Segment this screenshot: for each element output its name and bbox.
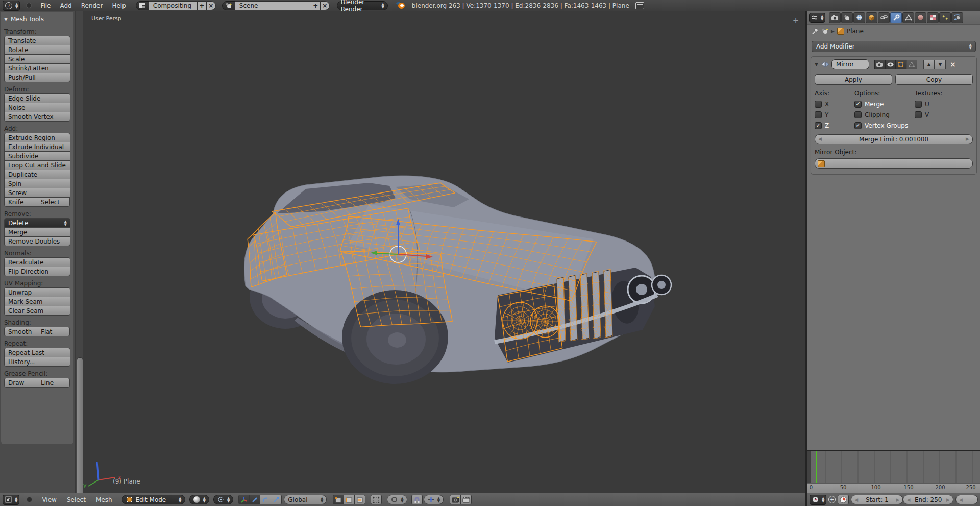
transform-orientation-select[interactable]: Global ▲▼ [284,495,327,504]
tab-material[interactable] [915,12,926,23]
tab-render[interactable] [829,12,841,23]
expand-menus-plus-icon[interactable]: + [828,496,836,503]
collapse-menus-icon[interactable] [26,3,32,8]
merge-limit-slider[interactable]: ◀ Merge Limit: 0.001000 ▶ [815,134,973,144]
render-engine-select[interactable]: Blender Render ▲▼ [337,1,388,10]
opengl-render-image-button[interactable] [450,495,461,504]
checkbox-axis-y[interactable] [815,111,822,118]
pivot-point-select[interactable]: ▲▼ [213,495,233,504]
history-button[interactable]: History... [4,357,70,367]
scrollbar-thumb[interactable] [77,357,83,499]
breadcrumb-object-name[interactable]: Plane [847,28,864,35]
current-frame-marker[interactable] [816,451,817,484]
snap-toggle-button[interactable] [411,495,423,504]
checkbox-texture-u[interactable] [915,101,922,108]
modifier-editmode-toggle[interactable] [896,60,906,69]
noise-button[interactable]: Noise [4,103,70,112]
checkbox-clipping[interactable] [854,111,862,118]
slider-right-arrow-icon[interactable]: ▶ [966,136,969,141]
apply-button[interactable]: Apply [815,74,892,85]
repeat-last-button[interactable]: Repeat Last [4,348,70,357]
duplicate-button[interactable]: Duplicate [4,170,70,179]
translate-button[interactable]: Translate [4,36,70,45]
delete-menu[interactable]: Delete ▲▼ [4,218,70,228]
editor-type-info-button[interactable]: i ▲▼ [3,1,20,11]
tab-object[interactable] [866,12,877,23]
screen-layout-field[interactable]: Compositing [149,1,198,10]
tab-world[interactable] [853,12,865,23]
tab-physics[interactable] [951,12,963,23]
tab-particles[interactable] [939,12,951,23]
menu-render[interactable]: Render [77,2,108,9]
manipulator-translate-button[interactable] [249,495,260,504]
editor-type-3dview-button[interactable]: ▲▼ [3,495,19,505]
slider-left-arrow-icon[interactable]: ◀ [854,497,858,502]
expand-region-plus-icon[interactable]: + [791,16,800,26]
tab-scene[interactable] [841,12,853,23]
frame-end-field[interactable]: ◀ End: 250 ▶ [903,495,953,504]
move-modifier-up-button[interactable]: ▲ [923,60,935,69]
timeline-ruler[interactable]: 0 50 100 150 200 250 [807,483,980,493]
current-frame-field[interactable]: ◀ [955,495,978,504]
manipulator-scale-button[interactable] [271,495,282,504]
rotate-button[interactable]: Rotate [4,45,70,55]
push-pull-button[interactable]: Push/Pull [4,73,70,82]
proportional-edit-select[interactable]: ▲▼ [387,495,407,504]
extrude-individual-button[interactable]: Extrude Individual [4,142,70,152]
mark-seam-button[interactable]: Mark Seam [4,297,70,306]
tab-texture[interactable] [927,12,939,23]
shade-smooth-button[interactable]: Smooth [4,327,37,336]
checkbox-merge[interactable] [854,101,862,108]
expand-triangle-icon[interactable]: ▼ [815,62,818,67]
flip-direction-button[interactable]: Flip Direction [4,267,70,276]
menu-add[interactable]: Add [55,2,76,9]
subdivide-button[interactable]: Subdivide [4,151,70,161]
editor-type-timeline-button[interactable]: ▲▼ [810,495,826,505]
vertex-select-mode-button[interactable] [333,495,344,504]
merge-button[interactable]: Merge [4,227,70,237]
add-modifier-dropdown[interactable]: Add Modifier ▲▼ [812,41,976,52]
scene-field[interactable]: Scene [235,1,311,10]
modifier-view-toggle[interactable] [885,60,896,69]
frame-start-field[interactable]: ◀ Start: 1 ▶ [851,495,903,504]
tab-constraints[interactable] [878,12,890,23]
collapse-menus-icon[interactable] [27,497,32,502]
panel-header-mesh-tools[interactable]: ▼ Mesh Tools [4,14,70,25]
delete-scene-button[interactable]: × [320,1,330,10]
mirror-object-field[interactable] [815,158,973,169]
editor-type-properties-button[interactable]: ▲▼ [809,13,825,23]
screw-button[interactable]: Screw [4,188,70,198]
scale-button[interactable]: Scale [4,54,70,64]
scene-ball-icon[interactable] [821,28,828,34]
remove-doubles-button[interactable]: Remove Doubles [4,236,70,246]
checkbox-axis-x[interactable] [815,101,822,108]
menu-view[interactable]: View [37,496,61,503]
checkbox-texture-v[interactable] [915,111,922,118]
menu-mesh[interactable]: Mesh [91,496,117,503]
checkbox-axis-z[interactable] [815,122,822,129]
slider-right-arrow-icon[interactable]: ▶ [946,497,950,502]
extrude-region-button[interactable]: Extrude Region [4,133,70,142]
timeline-editor[interactable]: 0 50 100 150 200 250 [807,451,980,493]
screen-layout-icon[interactable] [136,1,149,10]
limit-selection-visible-button[interactable] [371,495,382,504]
mode-select[interactable]: Edit Mode ▲▼ [122,495,185,504]
checkbox-vertex-groups[interactable] [854,122,862,129]
tab-modifiers[interactable] [890,12,902,23]
scene-icon[interactable] [222,1,235,10]
manipulator-rotate-button[interactable] [260,495,271,504]
slider-left-arrow-icon[interactable]: ◀ [906,497,910,502]
knife-button[interactable]: Knife [4,197,37,207]
copy-button[interactable]: Copy [895,74,973,85]
delete-screen-button[interactable]: × [206,1,216,10]
move-modifier-down-button[interactable]: ▼ [935,60,946,69]
edge-select-mode-button[interactable] [344,495,355,504]
modifier-name-field[interactable]: Mirror [831,59,869,69]
add-screen-button[interactable]: + [197,1,207,10]
tool-shelf-scrollbar[interactable] [76,11,83,493]
menu-select[interactable]: Select [62,496,90,503]
timeline-canvas[interactable] [807,451,980,484]
slider-left-arrow-icon[interactable]: ◀ [818,136,822,141]
menu-file[interactable]: File [36,2,55,9]
grease-line-button[interactable]: Line [37,378,70,388]
